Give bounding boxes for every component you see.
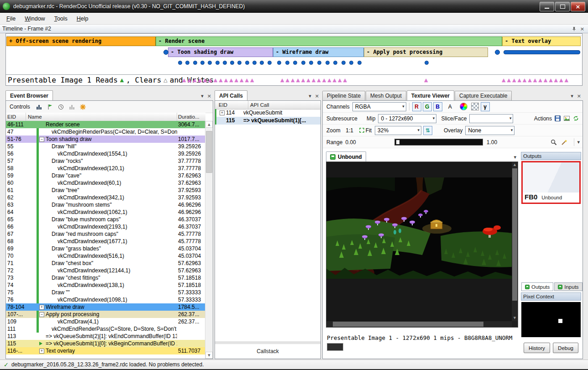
timeline-draw-dot[interactable] bbox=[425, 61, 429, 65]
event-row-75[interactable]: 75Draw ""57.33333 bbox=[6, 289, 205, 296]
menu-item-tools[interactable]: Tools bbox=[50, 14, 72, 24]
event-row-59[interactable]: 59Draw "cave"37.62963 bbox=[6, 172, 205, 179]
timeline-draw-dot[interactable] bbox=[200, 61, 205, 65]
tab-pipeline-state[interactable]: Pipeline State bbox=[322, 91, 365, 100]
event-browser-menu-icon[interactable]: ▾ bbox=[201, 93, 204, 99]
event-row-60[interactable]: 60vkCmdDrawIndexed(60,1)37.62963 bbox=[6, 179, 205, 187]
event-row-66[interactable]: 66vkCmdDrawIndexed(2193,1)46.37037 bbox=[6, 223, 205, 230]
mip-select[interactable]: 0 - 1272x690 ▾ bbox=[378, 114, 436, 123]
event-row-68[interactable]: 68vkCmdDrawIndexed(1677,1)45.77778 bbox=[6, 238, 205, 245]
tab-unbound-texture[interactable]: Unbound bbox=[326, 151, 366, 162]
save-icon[interactable] bbox=[555, 115, 561, 121]
event-row-57[interactable]: 57Draw "rocks"37.77778 bbox=[6, 157, 205, 165]
tab-inputs[interactable]: Inputs bbox=[554, 282, 582, 291]
event-row-76[interactable]: 76vkCmdDrawIndexed(1098,1)57.33333 bbox=[6, 296, 205, 303]
tab-api-calls[interactable]: API Calls bbox=[215, 90, 247, 100]
event-row-51-76[interactable]: 51-76−Toon shading draw1017.7... bbox=[6, 135, 205, 143]
event-row-70[interactable]: 70vkCmdDrawIndexed(516,1)45.03704 bbox=[6, 252, 205, 260]
timeline-draw-dot[interactable] bbox=[245, 61, 249, 65]
event-browser-close-icon[interactable]: × bbox=[207, 93, 211, 99]
timeline-draw-dot[interactable] bbox=[252, 61, 257, 65]
refresh-icon[interactable] bbox=[573, 115, 579, 121]
timeline-draw-dot[interactable] bbox=[341, 61, 346, 65]
event-row-55[interactable]: 55Draw "hill"39.25926 bbox=[6, 143, 205, 150]
overlay-select[interactable]: None ▾ bbox=[465, 126, 514, 135]
zoom-select[interactable]: 32% ▾ bbox=[375, 126, 421, 135]
menu-item-help[interactable]: Help bbox=[72, 14, 93, 24]
tab-event-browser[interactable]: Event Browser bbox=[5, 90, 53, 100]
scrollbar-thumb[interactable] bbox=[333, 322, 483, 327]
timeline-draw-dot[interactable] bbox=[333, 61, 337, 65]
scrollbar-thumb[interactable] bbox=[512, 168, 517, 301]
event-row-61[interactable]: 61Draw "tree"37.92593 bbox=[6, 187, 205, 194]
column-name[interactable]: Name bbox=[26, 113, 177, 121]
column-duration[interactable]: Duratio... bbox=[177, 113, 205, 121]
fb0-thumbnail[interactable]: FB0 Unbound bbox=[521, 161, 581, 204]
timeline-draw-dot[interactable] bbox=[260, 61, 264, 65]
api-calls-menu-icon[interactable]: ▾ bbox=[309, 93, 311, 99]
timeline-marker-wireframe-draw[interactable]: - Wireframe draw bbox=[273, 47, 364, 57]
timeline-draw-dot[interactable] bbox=[326, 61, 330, 65]
color-wheel-icon[interactable] bbox=[460, 103, 467, 110]
time-durations-icon[interactable] bbox=[36, 104, 42, 110]
timeline-draw-dot[interactable] bbox=[268, 61, 272, 65]
event-row-72[interactable]: 72vkCmdDrawIndexed(12144,1)57.62963 bbox=[6, 267, 205, 274]
timeline-draw-bar[interactable] bbox=[504, 50, 580, 54]
minimize-button[interactable] bbox=[540, 2, 554, 11]
expand-icon[interactable]: + bbox=[39, 305, 44, 310]
event-list-scrollbar[interactable]: ▲ ▼ bbox=[205, 121, 213, 359]
debug-button[interactable]: Debug bbox=[553, 343, 578, 353]
event-row-73[interactable]: 73Draw "chest fittings"57.18518 bbox=[6, 274, 205, 281]
texture-horizontal-scrollbar[interactable] bbox=[326, 321, 512, 327]
timeline-draw-dot[interactable] bbox=[208, 61, 212, 65]
texture-viewport[interactable]: ▲ ▼ bbox=[326, 162, 518, 328]
timeline-draw-dot[interactable] bbox=[317, 61, 321, 65]
range-max-value[interactable]: 1.00 bbox=[487, 139, 497, 146]
right-panel-close-icon[interactable]: × bbox=[577, 93, 581, 99]
pixel-context-view[interactable] bbox=[521, 302, 581, 337]
event-row-74[interactable]: 74vkCmdDrawIndexed(138,1)57.18518 bbox=[6, 281, 205, 289]
timeline-draw-dot[interactable] bbox=[223, 61, 227, 65]
callstack-splitter[interactable] bbox=[215, 342, 320, 344]
api-column-header[interactable]: EID API Call bbox=[215, 101, 320, 109]
image-export-icon[interactable] bbox=[564, 115, 570, 121]
timeline-draw-dot[interactable] bbox=[495, 50, 500, 55]
event-row-56[interactable]: 56vkCmdDrawIndexed(1554,1)39.25926 bbox=[6, 150, 205, 157]
timeline-marker-render-scene[interactable]: - Render scene bbox=[156, 36, 502, 46]
channel-g-button[interactable]: G bbox=[423, 102, 432, 111]
event-row-47[interactable]: 47vkCmdBeginRenderPass(C=Clear, D=Clear,… bbox=[6, 128, 205, 135]
channel-a-button[interactable]: A bbox=[444, 102, 457, 111]
timeline-draw-dot[interactable] bbox=[293, 61, 297, 65]
sliceface-select[interactable]: ▾ bbox=[469, 114, 513, 123]
toolbar-overflow-icon[interactable]: ▾ bbox=[577, 139, 580, 145]
tab-capture-executable[interactable]: Capture Executable bbox=[455, 91, 512, 100]
event-row-115[interactable]: 115=> vkQueueSubmit(1)[0]: vkBeginComman… bbox=[6, 340, 205, 347]
event-row-65[interactable]: 65Draw "blue mushroom caps"46.37037 bbox=[6, 216, 205, 223]
event-row-107[interactable]: 107-...−Apply post processing262.37... bbox=[6, 311, 205, 318]
clock-icon[interactable] bbox=[58, 104, 64, 110]
scroll-down-button[interactable]: ▼ bbox=[205, 352, 213, 359]
collapse-icon[interactable]: − bbox=[39, 137, 44, 142]
timeline-draw-dot[interactable] bbox=[163, 50, 168, 55]
bookmark-star-icon[interactable] bbox=[80, 104, 86, 110]
scrollbar-thumb[interactable] bbox=[206, 131, 212, 173]
menu-item-file[interactable]: File bbox=[2, 14, 20, 24]
autofit-wand-icon[interactable] bbox=[561, 139, 567, 146]
timeline-draw-dot[interactable] bbox=[349, 61, 353, 65]
timeline-draw-dot[interactable] bbox=[178, 61, 182, 65]
event-row-67[interactable]: 67Draw "red mushroom caps"45.77778 bbox=[6, 230, 205, 238]
event-row-58[interactable]: 58vkCmdDrawIndexed(120,1)37.77778 bbox=[6, 165, 205, 172]
event-row-109[interactable]: 109vkCmdDraw(4,1)262.37... bbox=[6, 318, 205, 325]
event-row-71[interactable]: 71Draw "chest box"57.62963 bbox=[6, 260, 205, 267]
right-panel-menu-icon[interactable]: ▾ bbox=[571, 93, 573, 99]
event-row-78-104[interactable]: 78-104+Wireframe draw1784.5... bbox=[6, 303, 205, 311]
timeline-draw-dot[interactable] bbox=[215, 61, 220, 65]
zoom-range-icon[interactable] bbox=[551, 139, 557, 146]
api-column-call[interactable]: API Call bbox=[248, 101, 320, 109]
texture-list-dropdown-icon[interactable]: ▾ bbox=[514, 154, 516, 160]
timeline-draw-dot[interactable] bbox=[193, 61, 197, 65]
api-call-row-115[interactable]: 115=> vkQueueSubmit(1)[... bbox=[215, 117, 320, 125]
menu-item-window[interactable]: Window bbox=[20, 14, 49, 24]
timeline-marker-text-overlay[interactable]: - Text overlay bbox=[502, 36, 581, 46]
timeline-draw-dot[interactable] bbox=[309, 61, 313, 65]
